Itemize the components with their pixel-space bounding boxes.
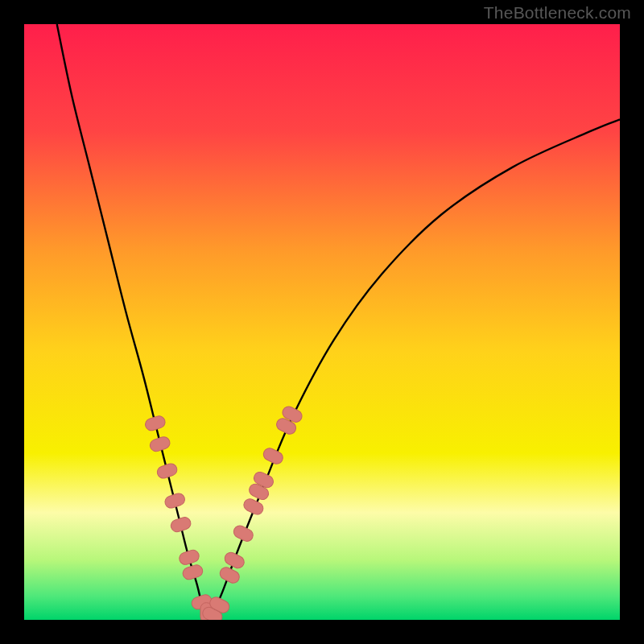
marker-bead [262, 446, 285, 465]
svg-rect-6 [178, 548, 200, 566]
svg-rect-3 [155, 462, 178, 480]
chart-frame: TheBottleneck.com [0, 0, 644, 644]
watermark-text: TheBottleneck.com [484, 3, 631, 23]
marker-bead [232, 523, 255, 543]
svg-rect-4 [163, 492, 186, 510]
marker-bead [178, 548, 200, 566]
left-branch-curve [57, 24, 209, 620]
marker-bead [144, 415, 167, 432]
curve-layer [24, 24, 620, 620]
marker-bead [163, 492, 186, 510]
svg-rect-2 [149, 436, 171, 453]
right-branch-curve [208, 119, 620, 620]
plot-area [24, 24, 620, 620]
svg-rect-5 [169, 516, 192, 534]
svg-rect-14 [232, 523, 255, 543]
marker-bead [169, 516, 192, 534]
svg-rect-7 [181, 564, 204, 581]
marker-bead [155, 462, 178, 480]
marker-bead [181, 564, 204, 581]
svg-rect-1 [144, 415, 167, 432]
svg-rect-18 [262, 446, 285, 465]
marker-bead [149, 436, 171, 453]
